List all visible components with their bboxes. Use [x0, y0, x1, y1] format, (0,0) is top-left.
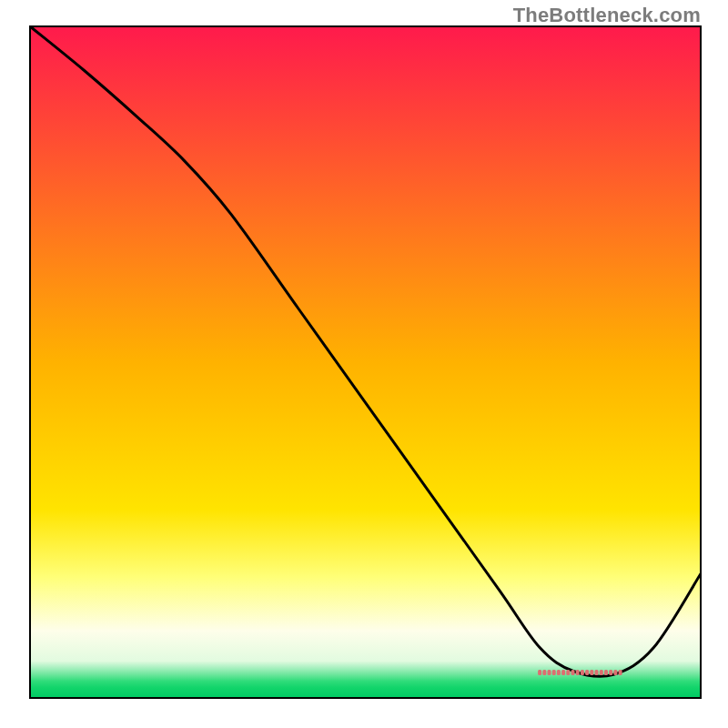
chart-svg: [0, 0, 728, 728]
svg-rect-8: [571, 670, 575, 675]
watermark-text: TheBottleneck.com: [513, 4, 701, 27]
svg-rect-2: [542, 670, 546, 675]
svg-rect-6: [561, 670, 565, 675]
svg-rect-15: [604, 670, 608, 675]
svg-rect-9: [576, 670, 580, 675]
svg-rect-14: [600, 670, 603, 675]
svg-rect-10: [581, 670, 584, 675]
svg-rect-1: [538, 670, 541, 675]
svg-rect-3: [548, 670, 551, 675]
svg-rect-7: [566, 670, 570, 675]
svg-rect-11: [585, 670, 589, 675]
svg-rect-4: [552, 670, 556, 675]
svg-rect-17: [613, 670, 617, 675]
svg-rect-12: [590, 670, 593, 675]
svg-rect-13: [595, 670, 599, 675]
gradient-background: [30, 26, 701, 698]
svg-rect-18: [619, 670, 622, 675]
svg-rect-16: [609, 670, 612, 675]
svg-rect-5: [557, 670, 561, 675]
chart-stage: TheBottleneck.com: [0, 0, 728, 728]
